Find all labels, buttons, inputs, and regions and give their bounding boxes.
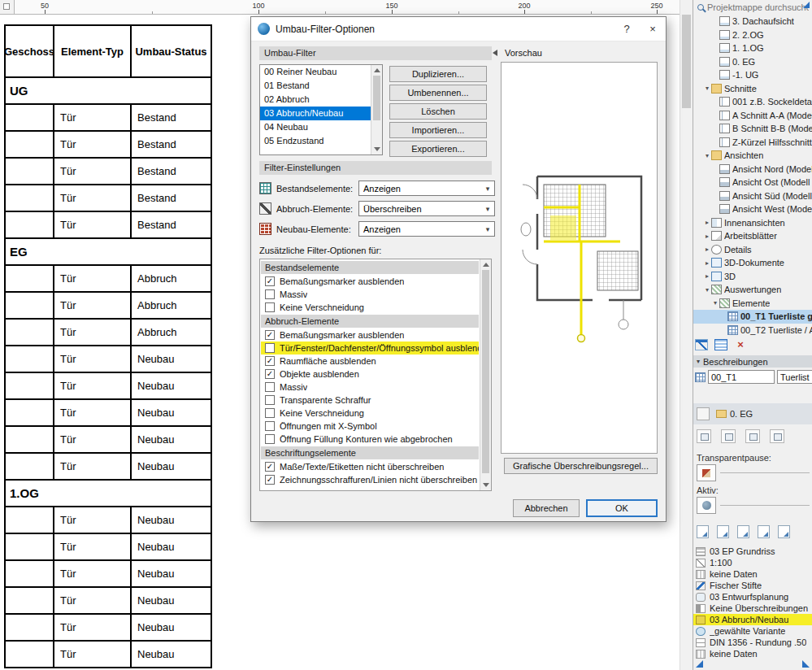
- tree-item[interactable]: ▾Schnitte: [693, 82, 812, 96]
- tree-item[interactable]: ▸3D: [693, 270, 812, 284]
- schedule-row[interactable]: TürNeubau: [6, 615, 211, 642]
- tree-item[interactable]: ▸3D-Dokumente: [693, 256, 812, 270]
- tree-item[interactable]: -1. UG: [693, 68, 812, 82]
- schedule-row[interactable]: TürBestand: [6, 185, 211, 212]
- tree-item[interactable]: Ansicht Ost (Modell aut: [693, 176, 812, 189]
- tree-item[interactable]: ▾Ansichten: [693, 149, 812, 163]
- cancel-button[interactable]: Abbrechen: [513, 499, 580, 517]
- filter-list-scrollbar[interactable]: [371, 65, 382, 154]
- zoom-icon[interactable]: [721, 429, 736, 443]
- quick-option-row[interactable]: keine Daten: [693, 568, 812, 580]
- schedule-row[interactable]: TürNeubau: [6, 427, 211, 454]
- tree-item[interactable]: Ansicht West (Modell au: [693, 202, 812, 216]
- checkbox[interactable]: ✓: [265, 276, 275, 286]
- filter-option-row[interactable]: ✓Objekte ausblenden: [261, 368, 479, 381]
- tree-item[interactable]: Ansicht Nord (Modell au: [693, 163, 812, 176]
- schedule-row[interactable]: TürAbbruch: [6, 293, 211, 320]
- filter-option-row[interactable]: ✓Bemaßungsmarker ausblenden: [261, 275, 479, 288]
- quick-option-row[interactable]: keine Daten: [693, 648, 812, 659]
- pane-arrow-right-icon[interactable]: [802, 660, 810, 668]
- search-input[interactable]: [707, 2, 809, 12]
- tree-item[interactable]: ▸Arbeitsblätter: [693, 229, 812, 243]
- quick-option-row[interactable]: Fischer Stifte: [693, 580, 812, 591]
- tree-item[interactable]: B Schnitt B-B (Modell aut: [693, 122, 812, 136]
- navigator-search[interactable]: [693, 0, 812, 14]
- checkbox[interactable]: [265, 395, 275, 405]
- filter-setting-dropdown[interactable]: Überschreiben▾: [358, 201, 495, 216]
- tree-item[interactable]: 2. 2.OG: [693, 28, 812, 42]
- filter-action-button[interactable]: Importieren...: [389, 122, 487, 138]
- preview-collapse-icon[interactable]: [493, 50, 497, 56]
- checkbox[interactable]: [265, 343, 275, 353]
- schedule-row[interactable]: TürAbbruch: [6, 320, 211, 346]
- schedule-row[interactable]: TürNeubau: [6, 373, 211, 400]
- scrollbar-thumb[interactable]: [682, 15, 691, 108]
- quick-option-row[interactable]: 03 EP Grundriss: [693, 546, 812, 557]
- tree-item[interactable]: 0. EG: [693, 55, 812, 69]
- page-nav-icon[interactable]: [697, 525, 709, 538]
- schedule-row[interactable]: TürBestand: [6, 105, 211, 132]
- schedule-row[interactable]: TürBestand: [6, 132, 211, 159]
- filter-option-row[interactable]: ✓Bemaßungsmarker ausblenden: [261, 328, 479, 342]
- tree-item[interactable]: Z-Kürzel Hilfsschnitt Inha: [693, 136, 812, 150]
- filter-option-row[interactable]: ✓Zeichnungsschraffuren/Linien nicht über…: [261, 473, 479, 486]
- schedule-row[interactable]: TürNeubau: [6, 400, 211, 427]
- canvas-vertical-scrollbar[interactable]: [680, 0, 693, 670]
- schedule-row[interactable]: TürBestand: [6, 159, 211, 185]
- chevron-right-icon[interactable]: ▸: [703, 259, 711, 267]
- tree-item[interactable]: ▸Innenansichten: [693, 216, 812, 230]
- tree-item[interactable]: A Schnitt A-A (Modell aut: [693, 109, 812, 123]
- descriptions-header[interactable]: ▾ Beschreibungen: [693, 355, 812, 368]
- checkbox[interactable]: ✓: [265, 462, 275, 472]
- tree-item[interactable]: ▾Elemente: [693, 297, 812, 311]
- filter-option-row[interactable]: Öffnung Füllung Konturen wie abgebrochen: [261, 433, 479, 446]
- chevron-down-icon[interactable]: ▾: [703, 286, 711, 294]
- checkbox[interactable]: [265, 302, 275, 312]
- schedule-row[interactable]: TürNeubau: [6, 642, 211, 668]
- schedule-row[interactable]: TürNeubau: [6, 588, 211, 615]
- tree-item[interactable]: 00_T2 Tuerliste / Alu- S: [693, 324, 812, 337]
- schedule-id-field[interactable]: [708, 370, 775, 384]
- chevron-down-icon[interactable]: ▾: [703, 152, 711, 159]
- quick-option-row[interactable]: 03 Entwurfsplanung: [693, 591, 812, 603]
- quick-option-row[interactable]: DIN 1356 - Rundung .50: [693, 637, 812, 648]
- filter-option-row[interactable]: Massiv: [261, 288, 479, 301]
- promote-icon[interactable]: [695, 339, 708, 350]
- quick-option-row[interactable]: 03 Abbruch/Neubau: [693, 614, 812, 625]
- chevron-right-icon[interactable]: ▸: [703, 246, 711, 253]
- tree-item[interactable]: 001 z.B. Sockeldetail (Mo: [693, 95, 812, 109]
- tree-item[interactable]: 00_T1 Tuerliste gesamt: [693, 310, 812, 324]
- schedule-row[interactable]: TürNeubau: [6, 561, 211, 588]
- quick-option-row[interactable]: Keine Überschreibungen: [693, 603, 812, 614]
- checkbox[interactable]: [265, 289, 275, 299]
- filter-list-item[interactable]: 02 Abbruch: [260, 93, 371, 107]
- schedule-row[interactable]: TürNeubau: [6, 454, 211, 481]
- filter-action-button[interactable]: Exportieren...: [389, 141, 487, 157]
- schedule-row[interactable]: TürAbbruch: [6, 266, 211, 293]
- schedule-settings-icon[interactable]: [714, 339, 727, 350]
- options-scrollbar[interactable]: [480, 259, 491, 490]
- checkbox[interactable]: [265, 434, 275, 444]
- filter-option-row[interactable]: Tür/Fenster/Dachfenster/Öffnungssymbol a…: [261, 342, 479, 355]
- arrow-icon[interactable]: [770, 429, 784, 443]
- filter-action-button[interactable]: Umbenennen...: [389, 85, 487, 101]
- help-icon[interactable]: ?: [614, 17, 640, 41]
- chevron-right-icon[interactable]: ▸: [703, 219, 711, 226]
- quick-option-row[interactable]: _gewählte Variante: [693, 625, 812, 637]
- trace-reference-icon[interactable]: [697, 464, 716, 481]
- filter-option-row[interactable]: Keine Verschneidung: [261, 407, 479, 420]
- tree-item[interactable]: ▸Details: [693, 243, 812, 257]
- chevron-right-icon[interactable]: ▸: [703, 272, 711, 280]
- quick-option-row[interactable]: 1:100: [693, 557, 812, 568]
- filter-list-item[interactable]: 05 Endzustand: [260, 134, 371, 148]
- scroll-down-icon[interactable]: [483, 483, 489, 487]
- close-icon[interactable]: ×: [640, 17, 666, 41]
- scroll-down-icon[interactable]: [374, 147, 380, 151]
- tree-item[interactable]: Ansicht Süd (Modell auto: [693, 189, 812, 203]
- checkbox[interactable]: ✓: [265, 369, 275, 379]
- filter-list-item[interactable]: 01 Bestand: [260, 79, 371, 93]
- checkbox[interactable]: [265, 421, 275, 431]
- page-nav-icon[interactable]: [758, 525, 770, 538]
- schedule-row[interactable]: TürNeubau: [6, 507, 211, 534]
- filter-option-row[interactable]: ✓Maße/Texte/Etiketten nicht überschreibe…: [261, 460, 479, 473]
